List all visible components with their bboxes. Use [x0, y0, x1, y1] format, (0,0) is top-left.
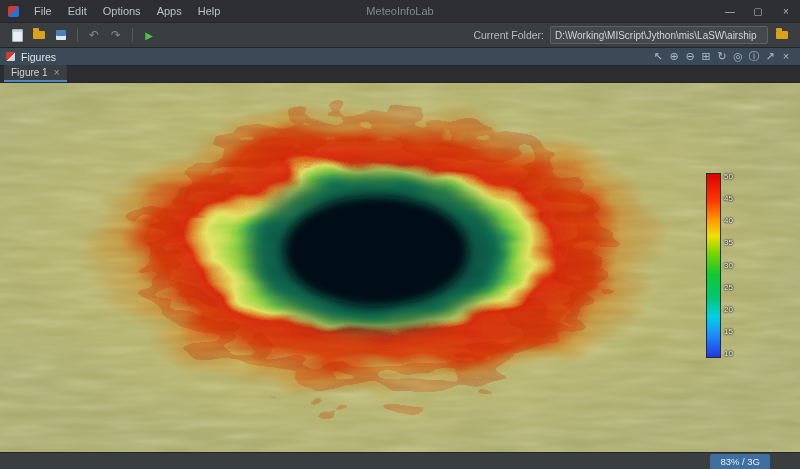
new-script-button[interactable]: [7, 25, 27, 45]
redo-icon: ↷: [111, 28, 121, 42]
menu-file[interactable]: File: [26, 0, 60, 22]
maximize-button[interactable]: ▢: [744, 0, 772, 22]
open-folder-icon: [33, 31, 45, 39]
pan-icon[interactable]: ⊞: [698, 48, 714, 65]
colorbar-tick-label: 30: [724, 262, 733, 270]
close-button[interactable]: ×: [772, 0, 800, 22]
run-icon: ▶: [145, 30, 153, 41]
meteoinfolab-window: MeteoInfoLab FileEditOptionsAppsHelp — ▢…: [0, 0, 800, 469]
undo-icon: ↶: [89, 28, 99, 42]
current-folder-input[interactable]: [550, 26, 768, 44]
rotate-icon[interactable]: ↻: [714, 48, 730, 65]
figures-toolbar: ↖⊕⊖⊞↻◎ⓘ↗×: [650, 48, 794, 65]
toolbar-separator: [132, 28, 133, 42]
colorbar-tick-label: 45: [724, 195, 733, 203]
colorbar-tick-label: 15: [724, 328, 733, 336]
current-folder-label: Current Folder:: [473, 29, 544, 41]
zoom-in-icon[interactable]: ⊕: [666, 48, 682, 65]
tab-figure-1-label: Figure 1: [11, 67, 48, 78]
full-extent-icon[interactable]: ◎: [730, 48, 746, 65]
window-controls: — ▢ ×: [716, 0, 800, 22]
browse-folder-button[interactable]: [772, 25, 792, 45]
colorbar-tick-label: 40: [724, 217, 733, 225]
memory-usage-badge[interactable]: 83% / 3G: [710, 454, 770, 469]
colorbar-tick-label: 20: [724, 306, 733, 314]
save-icon: [56, 30, 66, 40]
figure-tab-bar: Figure 1 ×: [0, 66, 800, 83]
colorbar: 504540353025201510: [706, 173, 733, 358]
menu-bar-items: FileEditOptionsAppsHelp: [26, 0, 228, 22]
new-file-icon: [12, 29, 23, 42]
colorbar-tick-label: 10: [724, 350, 733, 358]
typhoon-visualization: [0, 83, 800, 452]
colorbar-ticks: 504540353025201510: [724, 173, 733, 358]
tab-close-icon[interactable]: ×: [54, 67, 60, 78]
app-logo-icon: [8, 6, 19, 17]
menu-apps[interactable]: Apps: [149, 0, 190, 22]
figures-panel-title: Figures: [21, 51, 56, 63]
tab-figure-1[interactable]: Figure 1 ×: [4, 65, 67, 82]
undo-button[interactable]: ↶: [84, 25, 104, 45]
menu-bar: MeteoInfoLab FileEditOptionsAppsHelp — ▢…: [0, 0, 800, 23]
figure-canvas[interactable]: 504540353025201510: [0, 83, 800, 452]
main-toolbar: ↶ ↷ ▶ Current Folder:: [0, 23, 800, 48]
toolbar-separator: [77, 28, 78, 42]
browse-folder-icon: [776, 31, 788, 39]
save-button[interactable]: [51, 25, 71, 45]
current-folder-group: Current Folder:: [473, 25, 794, 45]
close-panel-icon[interactable]: ×: [778, 48, 794, 65]
minimize-button[interactable]: —: [716, 0, 744, 22]
colorbar-tick-label: 25: [724, 284, 733, 292]
figures-panel-header: Figures ↖⊕⊖⊞↻◎ⓘ↗×: [0, 48, 800, 66]
open-button[interactable]: [29, 25, 49, 45]
colorbar-tick-label: 50: [724, 173, 733, 181]
zoom-out-icon[interactable]: ⊖: [682, 48, 698, 65]
redo-button[interactable]: ↷: [106, 25, 126, 45]
status-bar: 83% / 3G: [0, 452, 800, 469]
menu-edit[interactable]: Edit: [60, 0, 95, 22]
pointer-icon[interactable]: ↖: [650, 48, 666, 65]
menu-options[interactable]: Options: [95, 0, 149, 22]
run-button[interactable]: ▶: [139, 25, 159, 45]
undock-icon[interactable]: ↗: [762, 48, 778, 65]
colorbar-tick-label: 35: [724, 239, 733, 247]
colorbar-gradient: [706, 173, 721, 358]
identify-icon[interactable]: ⓘ: [746, 48, 762, 65]
menu-help[interactable]: Help: [190, 0, 229, 22]
figures-panel-icon: [6, 52, 15, 61]
